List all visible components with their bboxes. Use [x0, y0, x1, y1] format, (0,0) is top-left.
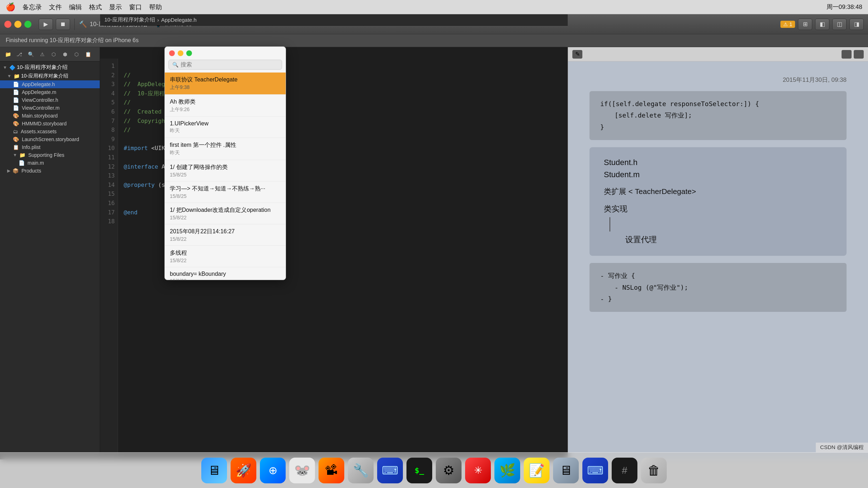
file-navigator: 📁 ⎇ 🔍 ⚠ ⬡ ⬢ ⬡ 📋 ▼ 🔷 10-应用程序对象介绍 ▼ 📁	[0, 47, 100, 459]
nav-search-btn[interactable]: 🔍	[26, 50, 36, 59]
menu-view[interactable]: 显示	[109, 3, 122, 11]
toolbar-right: ⚠ 1 ⊞ ◧ ◫ ◨	[780, 19, 864, 30]
dock-icon-notes[interactable]: 📝	[524, 458, 549, 483]
line-numbers: 12345 678910 1112131415 161718	[100, 59, 118, 459]
minimize-button[interactable]	[14, 21, 21, 28]
file-item-main-storyboard[interactable]: 🎨 Main.storyboard	[0, 112, 100, 120]
notes-timestamp: 2015年11月30日, 09:38	[783, 76, 847, 84]
run-button[interactable]: ▶	[39, 19, 53, 30]
clock: 周一09:38:48	[827, 3, 862, 11]
nav-git-btn[interactable]: ⎇	[14, 50, 24, 59]
dock-icon-terminal[interactable]: $_	[406, 458, 432, 483]
nav-report-btn[interactable]: 📋	[83, 50, 93, 59]
popup-item-5[interactable]: 学习—> 不知道→知道→不熟练→熟··· 15/8/25	[165, 181, 286, 203]
popup-item-3[interactable]: first item 第一个控件 .属性 昨天	[165, 138, 286, 160]
dock-icon-xcode[interactable]: ⌨	[377, 458, 403, 483]
dock-icon-display[interactable]: 🖥	[553, 458, 579, 483]
popup-list: 串联协议 TeacherDelegate 上午9:38 Ah 教师类 上午9:2…	[165, 73, 286, 280]
popup-item-7[interactable]: 2015年08月22日14:16:27 15/8/22	[165, 224, 286, 246]
dock-icon-sourcetree[interactable]: 🌿	[494, 458, 520, 483]
status-bar: Finished running 10-应用程序对象介绍 on iPhone 6…	[0, 34, 868, 47]
file-tree-root[interactable]: ▼ 🔷 10-应用程序对象介绍	[0, 63, 100, 72]
file-item-appdelegate-m[interactable]: 📄 AppDelegate.m	[0, 88, 100, 96]
apple-menu[interactable]: 🍎	[6, 3, 15, 12]
traffic-lights	[4, 21, 31, 28]
popup-item-4[interactable]: 1/ 创建了网络操作的类 15/8/25	[165, 160, 286, 181]
file-item-hmmmd-storyboard[interactable]: 🎨 HMMMD.storyboard	[0, 120, 100, 128]
panel-btn-1[interactable]	[842, 50, 852, 59]
file-item-launchscreen[interactable]: 🎨 LaunchScreen.storyboard	[0, 135, 100, 143]
ide-window: ▶ ⏹ 🔨 10-应用程序对象介绍 › 📱 iPhone 6s ⚠ 1 ⊞ ◧ …	[0, 14, 868, 459]
dock-icon-mindnode[interactable]: ✳	[465, 458, 491, 483]
right-panel-toolbar: ✎	[568, 47, 868, 61]
view-toggle-2[interactable]: ◧	[815, 19, 829, 30]
menu-notes[interactable]: 备忘录	[23, 3, 42, 11]
right-panel-content: 2015年11月30日, 09:38 if([self.delegate res…	[568, 61, 868, 459]
edit-button[interactable]: ✎	[572, 50, 582, 59]
dock-icon-tools[interactable]: 🔧	[348, 458, 374, 483]
file-tree-group-main[interactable]: ▼ 📁 10-应用程序对象介绍	[0, 72, 100, 80]
nav-tests-btn[interactable]: ⬡	[49, 50, 59, 59]
popup-item-1[interactable]: Ah 教师类 上午9:26	[165, 95, 286, 117]
popup-item-0[interactable]: 串联协议 TeacherDelegate 上午9:38	[165, 73, 286, 95]
nav-folders-btn[interactable]: 📁	[3, 50, 13, 59]
file-tree: ▼ 🔷 10-应用程序对象介绍 ▼ 📁 10-应用程序对象介绍 📄 AppDel…	[0, 61, 100, 459]
file-item-viewcontroller-h[interactable]: 📄 ViewController.h	[0, 96, 100, 104]
dock-icon-mouse[interactable]: 🐭	[289, 458, 315, 483]
menu-edit[interactable]: 编辑	[69, 3, 82, 11]
menu-help[interactable]: 帮助	[149, 3, 162, 11]
file-item-viewcontroller-m[interactable]: 📄 ViewController.m	[0, 104, 100, 112]
nav-breakpoints-btn[interactable]: ⬡	[71, 50, 82, 59]
menubar: 🍎 备忘录 文件 编辑 格式 显示 窗口 帮助 周一09:38:48	[0, 0, 868, 14]
popup-close[interactable]	[169, 50, 175, 56]
menu-window[interactable]: 窗口	[129, 3, 142, 11]
popup-panel: 🔍 串联协议 TeacherDelegate 上午9:38 Ah 教师类 上午9…	[164, 46, 286, 280]
view-toggle-4[interactable]: ◨	[849, 19, 864, 30]
right-panel: ✎ 2015年11月30日, 09:38 if([self.delegate r…	[568, 47, 868, 459]
popup-item-2[interactable]: 1.UIPickerView 昨天	[165, 117, 286, 138]
nav-issues-btn[interactable]: ⚠	[37, 50, 47, 59]
file-tree-products[interactable]: ▶ 📦 Products	[0, 167, 100, 175]
dock-icon-photos[interactable]: 📽	[319, 458, 344, 483]
connector-line	[610, 217, 610, 231]
popup-traffic-lights	[165, 47, 286, 58]
dock-icon-finder[interactable]: 🖥	[201, 458, 227, 483]
popup-maximize[interactable]	[186, 50, 192, 56]
file-tree-supporting[interactable]: ▼ 📁 Supporting Files	[0, 151, 100, 159]
notes-diagram: Student.h Student.m 类扩展 < TeacherDelegat…	[590, 147, 847, 256]
set-delegate-label: 设置代理	[604, 234, 832, 245]
popup-item-8[interactable]: 多线程 15/8/22	[165, 246, 286, 267]
view-toggle-3[interactable]: ◫	[832, 19, 847, 30]
class-name-2: Student.m	[604, 170, 832, 179]
popup-item-6[interactable]: 1/ 把Downloader改造成自定义operation 15/8/22	[165, 203, 286, 224]
warning-badge: ⚠ 1	[780, 21, 795, 28]
view-toggle-1[interactable]: ⊞	[798, 19, 812, 30]
file-item-appdelegate-h[interactable]: 📄 AppDelegate.h	[0, 80, 100, 88]
dock-icon-trash[interactable]: 🗑	[641, 458, 667, 483]
dock-icon-xcode2[interactable]: ⌨	[582, 458, 608, 483]
file-item-main-m[interactable]: 📄 main.m	[0, 159, 100, 167]
dock-icon-settings[interactable]: ⚙	[436, 458, 462, 483]
dock-icon-safari[interactable]: ⊕	[260, 458, 286, 483]
nav-toolbar: 📁 ⎇ 🔍 ⚠ ⬡ ⬢ ⬡ 📋	[0, 47, 100, 61]
popup-search[interactable]: 🔍	[168, 60, 282, 70]
dock-icon-launchpad[interactable]: 🚀	[231, 458, 256, 483]
maximize-button[interactable]	[24, 21, 31, 28]
file-item-infoplist[interactable]: 📋 Info.plist	[0, 143, 100, 151]
separator1	[74, 19, 75, 30]
nav-debug-btn[interactable]: ⬢	[60, 50, 70, 59]
menu-file[interactable]: 文件	[49, 3, 62, 11]
bottom-status: CSDN @清风编程	[816, 443, 868, 452]
popup-minimize[interactable]	[178, 50, 183, 56]
dock-icon-calculator[interactable]: #	[612, 458, 637, 483]
close-button[interactable]	[4, 21, 11, 28]
popup-item-9[interactable]: boundary= kBoundary 15/8/20	[165, 267, 286, 280]
main-area: 📁 ⎇ 🔍 ⚠ ⬡ ⬢ ⬡ 📋 ▼ 🔷 10-应用程序对象介绍 ▼ 📁	[0, 47, 868, 459]
menu-format[interactable]: 格式	[89, 3, 102, 11]
search-input[interactable]	[181, 61, 278, 68]
class-name-1: Student.h	[604, 158, 832, 167]
file-item-assets[interactable]: 🗂 Assets.xcassets	[0, 128, 100, 135]
code-block-1: if([self.delegate responseToSelector:]) …	[590, 91, 847, 140]
panel-btn-2[interactable]	[854, 50, 864, 59]
stop-button[interactable]: ⏹	[56, 19, 70, 30]
